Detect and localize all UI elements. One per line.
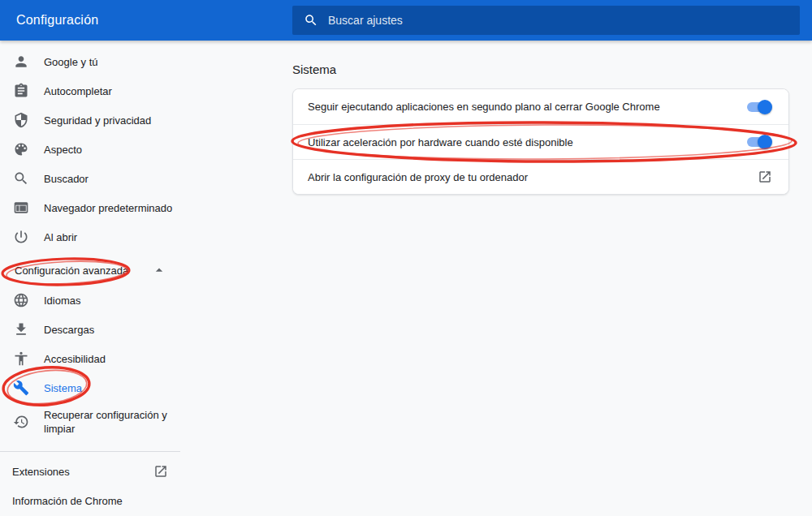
accessibility-icon — [13, 350, 29, 367]
setting-row-open-proxy-settings[interactable]: Abrir la configuración de proxy de tu or… — [293, 159, 788, 194]
sidebar-divider — [0, 451, 180, 452]
download-icon — [13, 321, 29, 338]
external-link-icon — [758, 170, 772, 184]
wrench-icon — [13, 380, 29, 396]
palette-icon — [13, 141, 29, 157]
sidebar-item-extensiones[interactable]: Extensiones — [0, 457, 168, 486]
sidebar-item-buscador[interactable]: Buscador — [0, 164, 203, 193]
sidebar-item-label: Aspecto — [44, 143, 82, 157]
person-icon — [13, 54, 29, 70]
sidebar-item-idiomas[interactable]: Idiomas — [0, 286, 203, 315]
browser-window-icon — [13, 200, 29, 216]
sidebar-item-al-abrir[interactable]: Al abrir — [0, 222, 203, 252]
advanced-settings-label: Configuración avanzada — [15, 264, 128, 277]
sidebar-item-label: Seguridad y privacidad — [44, 114, 151, 127]
settings-main: Sistema Seguir ejecutando aplicaciones e… — [292, 41, 789, 195]
sidebar-item-accesibilidad[interactable]: Accesibilidad — [0, 344, 203, 373]
settings-sidebar: Google y tú Autocompletar Seguridad y pr… — [0, 41, 276, 515]
sidebar-item-label: Información de Chrome — [12, 494, 123, 508]
sidebar-item-seguridad-y-privacidad[interactable]: Seguridad y privacidad — [0, 105, 203, 135]
autofill-clipboard-icon — [13, 83, 29, 99]
search-icon — [13, 170, 29, 187]
sidebar-item-label: Extensiones — [12, 465, 70, 479]
sidebar-item-label: Google y tú — [44, 55, 98, 69]
shield-icon — [13, 112, 29, 128]
setting-label: Utilizar aceleración por hardware cuando… — [308, 136, 573, 148]
app-header: Configuración — [0, 0, 812, 41]
page-title: Configuración — [16, 0, 98, 41]
sidebar-item-label: Descargas — [44, 323, 94, 337]
sidebar-item-navegador-predeterminado[interactable]: Navegador predeterminado — [0, 193, 203, 222]
search-icon — [304, 13, 318, 28]
sidebar-item-autocompletar[interactable]: Autocompletar — [0, 76, 203, 105]
sidebar-item-label: Recuperar configuración y limpiar — [44, 408, 174, 436]
system-settings-card: Seguir ejecutando aplicaciones en segund… — [292, 88, 789, 195]
settings-search-box[interactable] — [292, 6, 800, 35]
sidebar-item-label: Navegador predeterminado — [44, 201, 172, 215]
sidebar-item-descargas[interactable]: Descargas — [0, 315, 203, 344]
setting-label: Abrir la configuración de proxy de tu or… — [308, 171, 528, 183]
sidebar-item-label: Accesibilidad — [44, 352, 106, 366]
background-apps-toggle[interactable] — [747, 102, 770, 112]
power-icon — [13, 229, 29, 245]
sidebar-item-sistema[interactable]: Sistema — [0, 373, 203, 402]
sidebar-item-google-y-tu[interactable]: Google y tú — [0, 47, 203, 76]
setting-label: Seguir ejecutando aplicaciones en segund… — [308, 101, 660, 113]
chevron-up-icon — [151, 262, 167, 278]
search-input[interactable] — [328, 14, 767, 27]
sidebar-item-label: Buscador — [44, 172, 89, 186]
sidebar-item-aspecto[interactable]: Aspecto — [0, 135, 203, 164]
sidebar-item-recuperar-configuracion[interactable]: Recuperar configuración y limpiar — [0, 402, 203, 441]
sidebar-item-label: Autocompletar — [44, 84, 112, 98]
section-title: Sistema — [292, 62, 789, 76]
hardware-acceleration-toggle[interactable] — [747, 137, 770, 147]
restore-history-icon — [13, 414, 29, 430]
globe-icon — [13, 292, 29, 308]
setting-row-background-apps[interactable]: Seguir ejecutando aplicaciones en segund… — [293, 89, 788, 124]
external-link-icon — [153, 464, 168, 479]
sidebar-advanced-settings-toggle[interactable]: Configuración avanzada — [0, 255, 167, 286]
sidebar-item-label: Idiomas — [44, 294, 81, 307]
setting-row-hardware-acceleration[interactable]: Utilizar aceleración por hardware cuando… — [293, 124, 788, 159]
sidebar-item-label: Al abrir — [44, 230, 77, 244]
sidebar-item-label: Sistema — [44, 381, 82, 395]
sidebar-item-informacion-de-chrome[interactable]: Información de Chrome — [0, 486, 168, 515]
